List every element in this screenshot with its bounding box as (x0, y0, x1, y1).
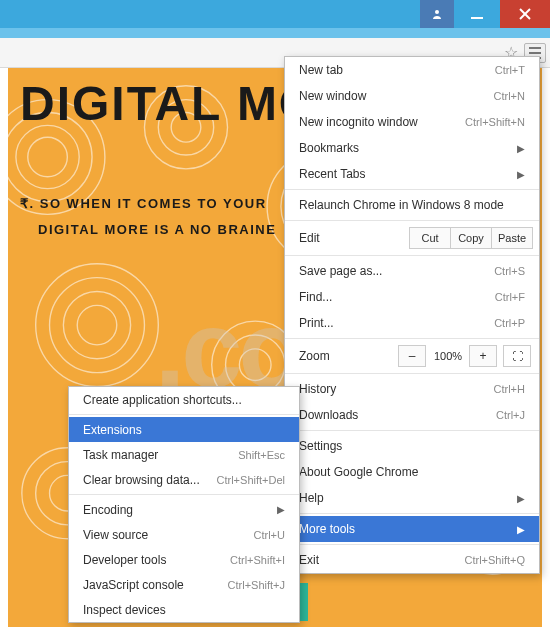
menu-label: New window (299, 89, 366, 103)
menu-label: Zoom (299, 349, 330, 363)
paste-button[interactable]: Paste (491, 227, 533, 249)
menu-label: Exit (299, 553, 319, 567)
fullscreen-button[interactable]: ⛶ (503, 345, 531, 367)
svg-point-16 (63, 291, 130, 358)
submenu-clear-data[interactable]: Clear browsing data...Ctrl+Shift+Del (69, 467, 299, 492)
submenu-js-console[interactable]: JavaScript consoleCtrl+Shift+J (69, 572, 299, 597)
menu-label: Clear browsing data... (83, 473, 200, 487)
svg-point-0 (435, 10, 439, 14)
svg-point-18 (36, 264, 159, 387)
chrome-main-menu: New tabCtrl+T New windowCtrl+N New incog… (284, 56, 540, 574)
svg-point-19 (239, 349, 271, 381)
menu-incognito[interactable]: New incognito windowCtrl+Shift+N (285, 109, 539, 135)
window-titlebar (0, 0, 550, 28)
menu-new-window[interactable]: New windowCtrl+N (285, 83, 539, 109)
menu-label: Edit (299, 231, 320, 245)
menu-label: Find... (299, 290, 332, 304)
menu-label: Task manager (83, 448, 158, 462)
svg-rect-1 (471, 17, 483, 19)
menu-help[interactable]: Help▶ (285, 485, 539, 511)
menu-label: Inspect devices (83, 603, 166, 617)
menu-settings[interactable]: Settings (285, 433, 539, 459)
minimize-button[interactable] (454, 0, 500, 28)
separator (285, 513, 539, 514)
shortcut: Ctrl+Shift+N (465, 116, 525, 128)
shortcut: Ctrl+Shift+I (230, 554, 285, 566)
shortcut: Ctrl+Shift+Del (217, 474, 285, 486)
chevron-right-icon: ▶ (517, 143, 525, 154)
separator (285, 255, 539, 256)
chevron-right-icon: ▶ (517, 524, 525, 535)
menu-label: Recent Tabs (299, 167, 366, 181)
menu-label: Save page as... (299, 264, 382, 278)
submenu-extensions[interactable]: Extensions (69, 417, 299, 442)
separator (285, 544, 539, 545)
shortcut: Ctrl+F (495, 291, 525, 303)
menu-label: Help (299, 491, 324, 505)
menu-label: About Google Chrome (299, 465, 418, 479)
menu-label: Create application shortcuts... (83, 393, 242, 407)
menu-find[interactable]: Find...Ctrl+F (285, 284, 539, 310)
menu-new-tab[interactable]: New tabCtrl+T (285, 57, 539, 83)
menu-label: Print... (299, 316, 334, 330)
submenu-view-source[interactable]: View sourceCtrl+U (69, 522, 299, 547)
menu-label: View source (83, 528, 148, 542)
zoom-value: 100% (426, 350, 470, 362)
page-subtitle-2: DIGITAL MORE IS A NO BRAINE (38, 222, 276, 237)
user-icon[interactable] (420, 0, 454, 28)
menu-about[interactable]: About Google Chrome (285, 459, 539, 485)
menu-label: Relaunch Chrome in Windows 8 mode (299, 198, 504, 212)
menu-history[interactable]: HistoryCtrl+H (285, 376, 539, 402)
zoom-in-button[interactable]: + (469, 345, 497, 367)
page-subtitle-1: ₹. SO WHEN IT COMES TO YOUR (20, 196, 267, 211)
submenu-inspect-devices[interactable]: Inspect devices (69, 597, 299, 622)
menu-recent-tabs[interactable]: Recent Tabs▶ (285, 161, 539, 187)
menu-more-tools[interactable]: More tools▶ (285, 516, 539, 542)
menu-downloads[interactable]: DownloadsCtrl+J (285, 402, 539, 428)
shortcut: Shift+Esc (238, 449, 285, 461)
separator (285, 430, 539, 431)
shortcut: Ctrl+Shift+J (228, 579, 285, 591)
shortcut: Ctrl+P (494, 317, 525, 329)
chevron-right-icon: ▶ (517, 493, 525, 504)
svg-point-15 (77, 305, 117, 345)
tab-strip (0, 28, 550, 38)
menu-label: JavaScript console (83, 578, 184, 592)
separator (285, 373, 539, 374)
svg-point-4 (28, 137, 68, 177)
menu-label: Bookmarks (299, 141, 359, 155)
menu-label: Settings (299, 439, 342, 453)
submenu-developer-tools[interactable]: Developer toolsCtrl+Shift+I (69, 547, 299, 572)
shortcut: Ctrl+N (494, 90, 525, 102)
zoom-out-button[interactable]: – (398, 345, 426, 367)
menu-exit[interactable]: ExitCtrl+Shift+Q (285, 547, 539, 573)
submenu-task-manager[interactable]: Task managerShift+Esc (69, 442, 299, 467)
close-button[interactable] (500, 0, 550, 28)
menu-edit-row: Edit Cut Copy Paste (285, 223, 539, 253)
separator (69, 414, 299, 415)
menu-label: New incognito window (299, 115, 418, 129)
menu-label: More tools (299, 522, 355, 536)
chevron-right-icon: ▶ (277, 504, 285, 515)
menu-save-page[interactable]: Save page as...Ctrl+S (285, 258, 539, 284)
menu-print[interactable]: Print...Ctrl+P (285, 310, 539, 336)
shortcut: Ctrl+S (494, 265, 525, 277)
shortcut: Ctrl+J (496, 409, 525, 421)
copy-button[interactable]: Copy (450, 227, 492, 249)
cut-button[interactable]: Cut (409, 227, 451, 249)
submenu-encoding[interactable]: Encoding▶ (69, 497, 299, 522)
chevron-right-icon: ▶ (517, 169, 525, 180)
shortcut: Ctrl+Shift+Q (464, 554, 525, 566)
menu-label: New tab (299, 63, 343, 77)
separator (285, 189, 539, 190)
menu-relaunch-win8[interactable]: Relaunch Chrome in Windows 8 mode (285, 192, 539, 218)
shortcut: Ctrl+T (495, 64, 525, 76)
more-tools-submenu: Create application shortcuts... Extensio… (68, 386, 300, 623)
separator (285, 338, 539, 339)
svg-point-5 (16, 125, 79, 188)
menu-bookmarks[interactable]: Bookmarks▶ (285, 135, 539, 161)
menu-label: Downloads (299, 408, 358, 422)
submenu-create-shortcuts[interactable]: Create application shortcuts... (69, 387, 299, 412)
menu-label: History (299, 382, 336, 396)
menu-label: Encoding (83, 503, 133, 517)
